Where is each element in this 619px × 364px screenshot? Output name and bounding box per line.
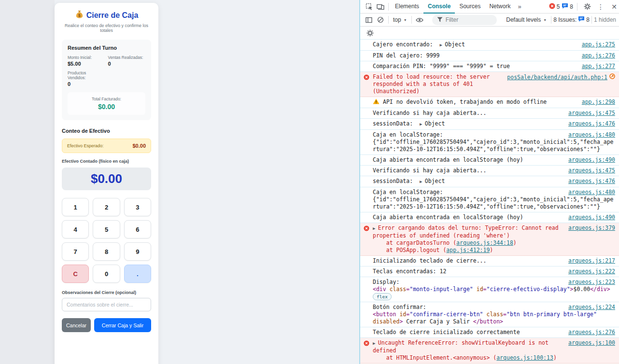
keypad-key-3[interactable]: 3 <box>124 198 151 216</box>
console-settings-gear-icon[interactable] <box>364 27 376 39</box>
source-link[interactable]: arqueos.js:475 <box>568 167 615 174</box>
console-text: Uncaught ReferenceError: showVirtualKeyb… <box>373 339 552 354</box>
tab-elements[interactable]: Elements <box>391 0 423 14</box>
stack-trace-link[interactable]: arqueos.js:100:13 <box>496 354 553 361</box>
source-link[interactable]: app.js:275 <box>582 41 615 48</box>
source-link[interactable]: app.js:298 <box>582 98 615 106</box>
source-link[interactable]: arqueos.js:490 <box>568 156 615 164</box>
source-link[interactable]: app.js:276 <box>582 52 615 59</box>
settings-gear-icon[interactable] <box>581 1 593 13</box>
svg-text:$: $ <box>78 13 81 18</box>
source-link[interactable]: app.js:277 <box>582 63 615 70</box>
source-link[interactable]: arqueos.js:490 <box>568 214 615 221</box>
source-location: arqueos.js:475 <box>568 167 615 174</box>
source-link[interactable]: arqueos.js:475 <box>568 110 615 117</box>
expand-caret-icon[interactable]: ▶ <box>439 42 445 47</box>
live-expression-eye-icon[interactable] <box>414 14 425 26</box>
source-link[interactable]: arqueos.js:223 <box>568 279 615 286</box>
stack-trace-link[interactable]: arqueos.js:344:18 <box>456 239 513 246</box>
total-billed-box: Total Facturado: $0.00 <box>68 92 145 115</box>
summary-field: Ventas Realizadas:0 <box>108 55 146 67</box>
error-count-badge[interactable]: 5 <box>549 3 560 11</box>
source-link[interactable]: arqueos.js:480 <box>568 189 615 196</box>
source-link[interactable]: arqueos.js:379 <box>568 224 615 232</box>
source-location: app.js:275 <box>582 41 615 48</box>
console-text: Failed to load resource: the server resp… <box>373 73 493 95</box>
source-link[interactable]: arqueos.js:217 <box>568 257 615 265</box>
cancel-button[interactable]: Cancelar <box>62 318 91 332</box>
source-link[interactable]: arqueos.js:222 <box>568 268 615 275</box>
more-tabs-icon[interactable]: » <box>515 3 524 10</box>
console-message-line: at cargarDatosTurno (arqueos.js:344:18) <box>373 239 615 247</box>
warning-icon <box>373 98 380 106</box>
tab-network[interactable]: Network <box>485 0 515 14</box>
console-text: Caja abierta encontrada en localStorage … <box>373 156 523 163</box>
filter-box[interactable] <box>432 15 497 25</box>
keypad-key-5[interactable]: 5 <box>93 220 120 238</box>
console-text: = <box>503 311 506 318</box>
expand-caret-icon[interactable]: ▶ <box>373 226 378 231</box>
console-message-line: at POSApp.logout (app.js:412:19) <box>373 247 615 254</box>
total-billed-value: $0.00 <box>70 103 142 111</box>
keypad-key-1[interactable]: 1 <box>62 198 89 216</box>
device-toolbar-icon[interactable] <box>375 1 386 13</box>
console-message-log: arqueos.js:222Teclas encontradas: 12 <box>360 266 619 277</box>
expand-caret-icon[interactable]: ▶ <box>420 122 425 126</box>
summary-field: Productos Vendidos:0 <box>68 70 105 87</box>
kebab-menu-icon[interactable]: ⋮ <box>595 1 606 13</box>
console-text: "confirmar-cierre-btn" <box>409 311 483 318</box>
keypad-key-dot[interactable]: . <box>124 265 151 283</box>
keypad-key-0[interactable]: 0 <box>93 265 120 283</box>
context-selector[interactable]: top ▼ <box>391 16 409 23</box>
observations-input[interactable] <box>62 298 151 311</box>
expand-caret-icon[interactable]: ▶ <box>373 341 378 346</box>
source-link[interactable]: posSale/backend/api/auth.php:1 <box>507 74 607 81</box>
issues-counter[interactable]: 8 Issues: 8 <box>553 16 590 24</box>
source-location: arqueos.js:217 <box>568 257 615 265</box>
summary-fields: Monto Inicial:$5.00Ventas Realizadas:0Pr… <box>68 55 145 87</box>
log-levels-selector[interactable]: Default levels ▼ <box>504 16 549 23</box>
keypad-key-9[interactable]: 9 <box>124 242 151 261</box>
source-link[interactable]: arqueos.js:480 <box>568 131 615 139</box>
console-text <box>386 286 390 293</box>
source-link[interactable]: arqueos.js:100 <box>568 339 615 347</box>
divider <box>577 3 577 11</box>
source-link[interactable]: arqueos.js:276 <box>568 329 615 336</box>
tab-console[interactable]: Console <box>423 0 455 14</box>
keypad-key-6[interactable]: 6 <box>124 220 151 238</box>
message-bubble-icon <box>562 3 568 11</box>
console-sidebar-icon[interactable] <box>363 14 375 26</box>
clear-console-icon[interactable] <box>375 14 386 26</box>
source-location: app.js:277 <box>582 63 615 70</box>
source-link[interactable]: arqueos.js:224 <box>568 304 615 311</box>
initiator-icon[interactable] <box>609 73 615 81</box>
keypad-key-7[interactable]: 7 <box>62 242 89 261</box>
expand-caret-icon[interactable]: ▶ <box>420 179 425 184</box>
console-message-log: arqueos.js:276Teclado de cierre iniciali… <box>360 327 619 338</box>
console-text: "btn btn-primary btn-large" <box>506 311 597 318</box>
tab-sources[interactable]: Sources <box>455 0 485 14</box>
stack-trace-link[interactable]: app.js:412:19 <box>446 247 490 253</box>
flex-badge[interactable]: flex <box>373 293 392 300</box>
source-link[interactable]: arqueos.js:476 <box>568 120 615 127</box>
expected-cash-box: Efectivo Esperado: $0.00 <box>62 139 151 153</box>
console-message-count-badge[interactable]: 8 <box>562 3 573 11</box>
source-link[interactable]: arqueos.js:476 <box>568 178 615 185</box>
console-text: "cierre-efectivo-display" <box>487 286 570 293</box>
keypad-key-2[interactable]: 2 <box>93 198 120 216</box>
close-devtools-icon[interactable]: ✕ <box>608 1 619 13</box>
inspect-element-icon[interactable] <box>363 1 375 13</box>
keypad-key-c[interactable]: C <box>62 265 89 283</box>
filter-input[interactable] <box>446 16 489 23</box>
observations-label: Observaciones del Cierre (opcional) <box>62 290 151 295</box>
cierre-caja-panel: $ Cierre de Caja Realice el conteo de ef… <box>55 3 158 364</box>
close-register-button[interactable]: Cerrar Caja y Salir <box>94 318 151 332</box>
keypad-key-8[interactable]: 8 <box>93 242 120 261</box>
console-text: <button <box>373 311 396 318</box>
console-message-log: app.js:275Cajero encontrado: ▶ Object <box>360 39 619 51</box>
console-message-log: arqueos.js:480Caja en localStorage:{"id"… <box>360 187 619 212</box>
hidden-messages-label[interactable]: 1 hidden <box>594 16 616 23</box>
keypad-key-4[interactable]: 4 <box>62 220 89 238</box>
console-message-line: <div class="monto-input-large" id="cierr… <box>373 286 615 293</box>
console-text: at cargarDatosTurno ( <box>373 239 456 246</box>
